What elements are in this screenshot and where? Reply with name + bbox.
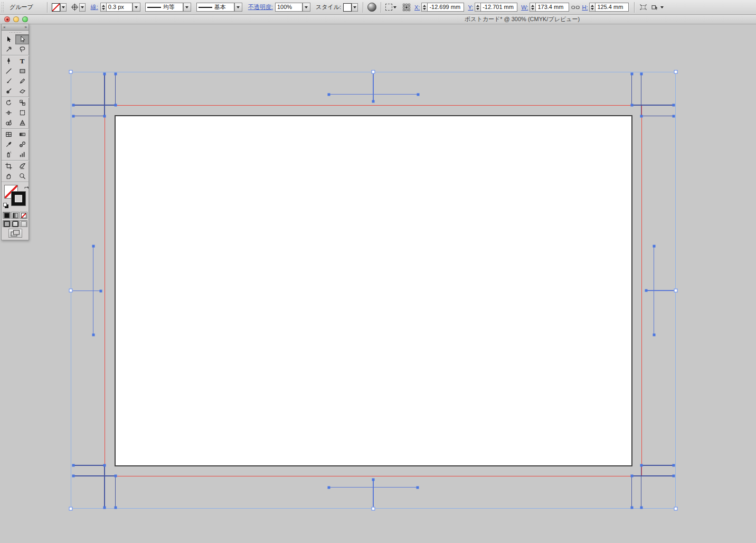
trim-mark-line[interactable]: [71, 291, 101, 292]
trim-mark-line[interactable]: [641, 465, 642, 508]
anchor-point-handle[interactable]: [72, 475, 75, 478]
tool-blend[interactable]: [15, 139, 29, 149]
tool-gradient[interactable]: [15, 129, 29, 139]
tool-rotate[interactable]: [2, 98, 15, 108]
transform-icon[interactable]: [639, 4, 647, 11]
screen-mode-button[interactable]: [8, 229, 22, 238]
stroke-color-dropdown[interactable]: [79, 3, 86, 12]
x-field[interactable]: -12.699 mm: [427, 3, 464, 12]
width-profile-combo[interactable]: 均等: [145, 3, 191, 12]
trim-mark-line[interactable]: [632, 475, 674, 476]
shape-options-dropdown[interactable]: [659, 3, 665, 12]
shape-options-icon[interactable]: [651, 4, 659, 11]
gradient-button[interactable]: [11, 212, 19, 219]
trim-mark-line[interactable]: [373, 480, 374, 509]
tool-column-graph[interactable]: [15, 149, 29, 160]
select-similar-icon[interactable]: [385, 4, 392, 11]
brush-combo[interactable]: 基本: [196, 3, 242, 12]
fill-color-swatch[interactable]: [52, 3, 60, 12]
trim-mark-line[interactable]: [73, 475, 116, 476]
style-swatch[interactable]: [343, 3, 352, 12]
bounding-box-handle[interactable]: [674, 289, 678, 293]
bounding-box-handle[interactable]: [674, 507, 678, 511]
trim-mark-line[interactable]: [632, 105, 674, 106]
tool-shape-builder[interactable]: [2, 118, 15, 128]
stroke-color-swatch[interactable]: [71, 3, 79, 12]
h-stepper[interactable]: [589, 3, 595, 12]
tool-symbol-sprayer[interactable]: [2, 149, 15, 160]
anchor-point-handle[interactable]: [640, 506, 642, 509]
tool-mesh[interactable]: [2, 129, 15, 139]
recolor-artwork-icon[interactable]: [367, 3, 376, 12]
w-stepper[interactable]: [530, 3, 535, 12]
tool-selection[interactable]: [2, 34, 15, 44]
anchor-point-handle[interactable]: [630, 475, 633, 478]
tool-zoom[interactable]: [15, 171, 29, 181]
trim-mark-line[interactable]: [115, 476, 116, 508]
palette-close-icon[interactable]: ×: [3, 25, 6, 30]
tool-paintbrush[interactable]: [2, 76, 15, 86]
tool-pen[interactable]: [2, 56, 15, 66]
h-field[interactable]: 125.4 mm: [595, 3, 629, 12]
stroke-swatch[interactable]: [11, 191, 26, 206]
trim-mark-line[interactable]: [73, 465, 105, 466]
trim-mark-line[interactable]: [631, 476, 632, 508]
opacity-combo[interactable]: 100%: [275, 3, 310, 12]
fill-color-dropdown[interactable]: [60, 3, 67, 12]
w-field[interactable]: 173.4 mm: [535, 3, 569, 12]
anchor-point-handle[interactable]: [640, 464, 642, 467]
anchor-point-handle[interactable]: [645, 289, 648, 292]
tool-line-segment[interactable]: [2, 66, 15, 76]
stroke-weight-field[interactable]: 0.3 px: [106, 3, 133, 12]
y-panel-link[interactable]: Y:: [468, 4, 473, 11]
trim-mark-line[interactable]: [115, 73, 116, 105]
anchor-point-handle[interactable]: [372, 100, 375, 102]
trim-mark-line[interactable]: [646, 290, 676, 291]
tool-scale[interactable]: [15, 98, 29, 108]
anchor-point-handle[interactable]: [103, 506, 106, 509]
draw-normal-button[interactable]: [3, 220, 11, 227]
trim-mark-line[interactable]: [73, 105, 116, 106]
draw-inside-button[interactable]: [20, 220, 27, 227]
tool-rectangle[interactable]: [15, 66, 29, 76]
anchor-point-handle[interactable]: [417, 93, 419, 96]
width-profile-dropdown[interactable]: [183, 3, 191, 12]
anchor-point-handle[interactable]: [653, 333, 655, 336]
tool-artboard[interactable]: [2, 161, 15, 171]
canvas[interactable]: [0, 24, 756, 543]
style-dropdown[interactable]: [352, 3, 358, 12]
trim-mark-line[interactable]: [641, 116, 674, 117]
constrain-proportions-icon[interactable]: [571, 4, 580, 11]
anchor-point-handle[interactable]: [99, 289, 102, 292]
anchor-point-handle[interactable]: [103, 73, 106, 76]
h-panel-link[interactable]: H:: [582, 4, 588, 11]
tool-free-transform[interactable]: [15, 108, 29, 118]
anchor-point-handle[interactable]: [114, 104, 117, 107]
minimize-button[interactable]: [13, 16, 19, 22]
anchor-point-handle[interactable]: [653, 245, 655, 248]
trim-mark-line[interactable]: [73, 116, 105, 117]
anchor-point-handle[interactable]: [114, 475, 117, 478]
anchor-point-handle[interactable]: [92, 245, 94, 248]
zoom-window-button[interactable]: [22, 16, 28, 22]
stroke-weight-dropdown[interactable]: [133, 3, 140, 12]
tool-blob-brush[interactable]: [2, 86, 15, 96]
stroke-weight-stepper[interactable]: [100, 3, 106, 12]
anchor-point-handle[interactable]: [640, 73, 642, 76]
selection-bounding-box[interactable]: [71, 72, 676, 509]
anchor-point-handle[interactable]: [114, 506, 117, 509]
default-fill-stroke-icon[interactable]: [3, 203, 9, 209]
bounding-box-handle[interactable]: [69, 70, 73, 74]
color-button[interactable]: [3, 212, 11, 219]
tool-eraser[interactable]: [15, 86, 29, 96]
tool-hand[interactable]: [2, 171, 15, 181]
tool-lasso[interactable]: [15, 44, 29, 54]
anchor-point-handle[interactable]: [630, 506, 633, 509]
anchor-point-handle[interactable]: [672, 475, 675, 478]
tool-direct-selection[interactable]: [15, 34, 29, 44]
palette-header[interactable]: × »: [2, 24, 29, 31]
none-button[interactable]: [20, 212, 27, 219]
anchor-point-handle[interactable]: [92, 334, 94, 336]
close-button[interactable]: [4, 16, 10, 22]
bounding-box-handle[interactable]: [69, 289, 73, 293]
